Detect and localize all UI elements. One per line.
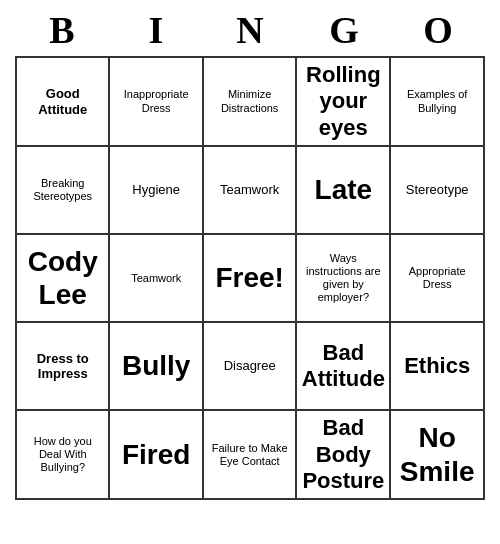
letter-o: O: [398, 8, 478, 52]
cell-r2-c4: Appropriate Dress: [390, 234, 484, 322]
cell-r4-c3: Bad Body Posture: [296, 410, 390, 499]
cell-r3-c3: Bad Attitude: [296, 322, 390, 410]
cell-r1-c4: Stereotype: [390, 146, 484, 234]
bingo-title: B I N G O: [15, 0, 485, 56]
letter-b: B: [22, 8, 102, 52]
cell-r4-c2: Failure to Make Eye Contact: [203, 410, 296, 499]
cell-r0-c3: Rolling your eyes: [296, 57, 390, 146]
bingo-grid: Good AttitudeInappropriate DressMinimize…: [15, 56, 485, 500]
cell-r3-c1: Bully: [109, 322, 202, 410]
cell-r2-c1: Teamwork: [109, 234, 202, 322]
cell-r3-c4: Ethics: [390, 322, 484, 410]
cell-r1-c0: Breaking Stereotypes: [16, 146, 109, 234]
cell-r0-c2: Minimize Distractions: [203, 57, 296, 146]
letter-n: N: [210, 8, 290, 52]
letter-i: I: [116, 8, 196, 52]
cell-r0-c1: Inappropriate Dress: [109, 57, 202, 146]
cell-r2-c0: Cody Lee: [16, 234, 109, 322]
cell-r3-c0: Dress to Impress: [16, 322, 109, 410]
cell-r4-c1: Fired: [109, 410, 202, 499]
cell-r0-c4: Examples of Bullying: [390, 57, 484, 146]
letter-g: G: [304, 8, 384, 52]
cell-r4-c0: How do you Deal With Bullying?: [16, 410, 109, 499]
cell-r3-c2: Disagree: [203, 322, 296, 410]
cell-r1-c2: Teamwork: [203, 146, 296, 234]
cell-r1-c1: Hygiene: [109, 146, 202, 234]
cell-r2-c3: Ways instructions are given by employer?: [296, 234, 390, 322]
cell-r1-c3: Late: [296, 146, 390, 234]
cell-r4-c4: No Smile: [390, 410, 484, 499]
cell-r2-c2: Free!: [203, 234, 296, 322]
cell-r0-c0: Good Attitude: [16, 57, 109, 146]
